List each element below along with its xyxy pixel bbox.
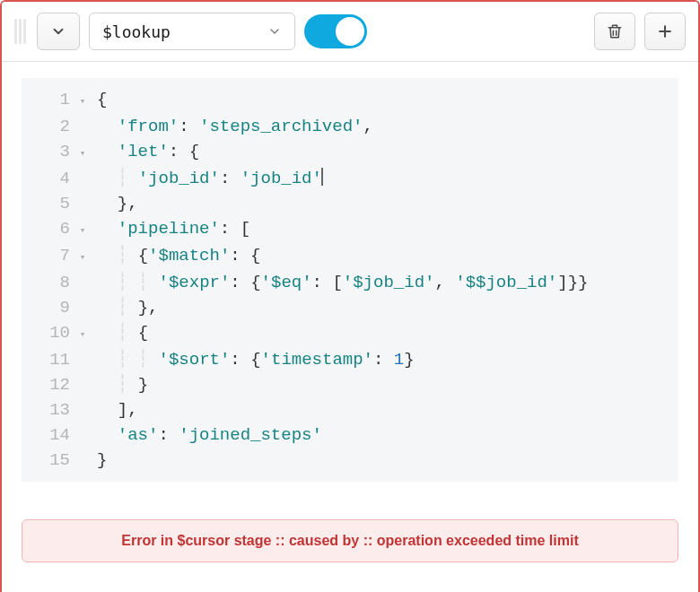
line-number: 5 bbox=[22, 191, 75, 216]
editor-line[interactable]: 14 'as': 'joined_steps' bbox=[22, 422, 678, 448]
code-text: ┆ {'$match': { bbox=[90, 243, 261, 268]
line-number: 7 bbox=[22, 243, 75, 268]
fold-toggle-icon[interactable]: ▾ bbox=[75, 322, 90, 347]
line-number: 11 bbox=[22, 347, 75, 372]
code-text: 'let': { bbox=[90, 139, 199, 164]
line-number: 15 bbox=[22, 448, 75, 473]
code-text: ┆ } bbox=[90, 372, 148, 397]
line-number: 13 bbox=[22, 397, 75, 422]
editor-line[interactable]: 15} bbox=[22, 448, 678, 473]
fold-toggle-icon[interactable]: ▾ bbox=[75, 245, 90, 270]
drag-handle-icon[interactable] bbox=[14, 19, 26, 44]
line-number: 1 bbox=[22, 87, 75, 112]
code-text: 'as': 'joined_steps' bbox=[90, 422, 322, 448]
line-number: 8 bbox=[22, 270, 75, 295]
code-text: ┆ ┆ '$sort': {'timestamp': 1} bbox=[90, 347, 415, 372]
code-editor[interactable]: 1▾{2 'from': 'steps_archived',3▾ 'let': … bbox=[22, 78, 678, 482]
chevron-down-icon bbox=[50, 23, 66, 39]
editor-line[interactable]: 12 ┆ } bbox=[22, 372, 678, 397]
editor-line[interactable]: 7▾ ┆ {'$match': { bbox=[22, 243, 678, 270]
line-number: 10 bbox=[22, 320, 75, 345]
editor-line[interactable]: 5 }, bbox=[22, 191, 678, 216]
editor-line[interactable]: 6▾ 'pipeline': [ bbox=[22, 216, 678, 243]
stage-select[interactable]: $lookup bbox=[89, 13, 295, 50]
code-text: { bbox=[90, 87, 107, 112]
code-text: 'pipeline': [ bbox=[90, 216, 250, 241]
error-banner: Error in $cursor stage :: caused by :: o… bbox=[22, 519, 678, 562]
line-number: 4 bbox=[22, 166, 75, 191]
editor-line[interactable]: 3▾ 'let': { bbox=[22, 139, 678, 166]
toggle-knob bbox=[336, 17, 364, 46]
editor-line[interactable]: 4 ┆ 'job_id': 'job_id' bbox=[22, 166, 678, 191]
caret-down-icon bbox=[267, 24, 282, 39]
editor-line[interactable]: 11 ┆ ┆ '$sort': {'timestamp': 1} bbox=[22, 347, 678, 372]
editor-line[interactable]: 13 ], bbox=[22, 397, 678, 422]
line-number: 14 bbox=[22, 422, 75, 448]
fold-toggle-icon[interactable]: ▾ bbox=[75, 218, 90, 243]
line-number: 6 bbox=[22, 216, 75, 241]
delete-stage-button[interactable] bbox=[594, 13, 635, 50]
collapse-button[interactable] bbox=[37, 13, 80, 50]
stage-enabled-toggle[interactable] bbox=[304, 14, 367, 48]
line-number: 12 bbox=[22, 372, 75, 397]
code-text: }, bbox=[90, 191, 138, 216]
stage-select-label: $lookup bbox=[102, 22, 171, 41]
code-text: ┆ }, bbox=[90, 295, 158, 320]
editor-line[interactable]: 2 'from': 'steps_archived', bbox=[22, 114, 678, 139]
code-text: } bbox=[90, 448, 107, 473]
error-text: Error in $cursor stage :: caused by :: o… bbox=[121, 533, 578, 548]
editor-line[interactable]: 9 ┆ }, bbox=[22, 295, 678, 320]
fold-toggle-icon[interactable]: ▾ bbox=[75, 141, 90, 166]
code-text: ┆ ┆ '$expr': {'$eq': ['$job_id', '$$job_… bbox=[90, 270, 589, 295]
trash-icon bbox=[606, 22, 624, 40]
stage-toolbar: $lookup bbox=[2, 2, 698, 62]
editor-line[interactable]: 1▾{ bbox=[22, 87, 678, 114]
code-text: ┆ 'job_id': 'job_id' bbox=[90, 166, 323, 191]
code-text: ┆ { bbox=[90, 320, 148, 345]
editor-line[interactable]: 8 ┆ ┆ '$expr': {'$eq': ['$job_id', '$$jo… bbox=[22, 270, 678, 295]
fold-toggle-icon[interactable]: ▾ bbox=[75, 89, 90, 114]
plus-icon bbox=[656, 22, 674, 40]
line-number: 2 bbox=[22, 114, 75, 139]
add-stage-button[interactable] bbox=[644, 13, 686, 50]
line-number: 3 bbox=[22, 139, 75, 164]
code-text: ], bbox=[90, 397, 138, 422]
editor-line[interactable]: 10▾ ┆ { bbox=[22, 320, 678, 347]
line-number: 9 bbox=[22, 295, 75, 320]
code-text: 'from': 'steps_archived', bbox=[90, 114, 373, 139]
